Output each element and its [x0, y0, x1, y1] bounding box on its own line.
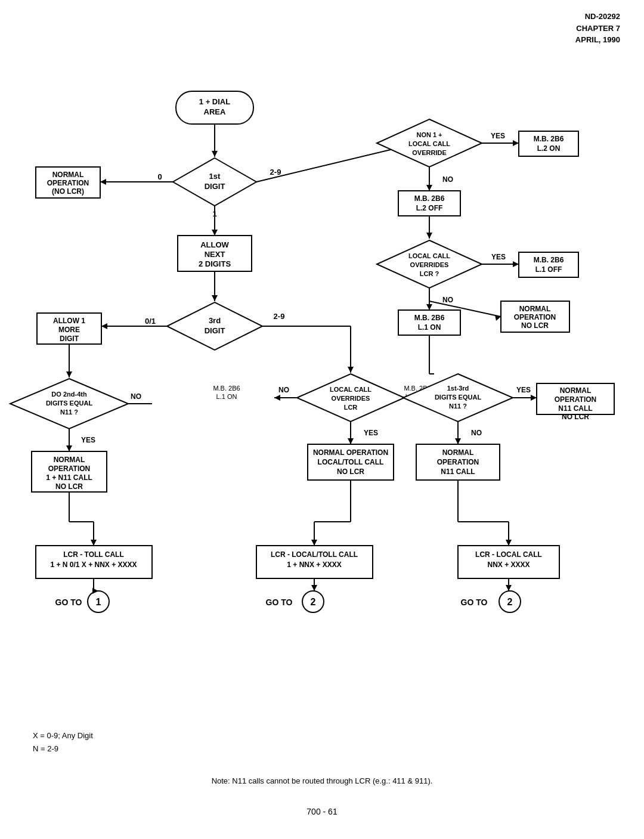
svg-marker-160	[506, 585, 512, 591]
svg-text:LOCAL CALL: LOCAL CALL	[408, 252, 450, 259]
svg-text:LOCAL/TOLL CALL: LOCAL/TOLL CALL	[318, 458, 384, 466]
svg-text:NO LCR: NO LCR	[337, 468, 364, 476]
svg-text:OPERATION: OPERATION	[555, 395, 596, 404]
svg-text:OVERRIDES: OVERRIDES	[332, 395, 370, 402]
svg-marker-155	[311, 585, 317, 591]
svg-text:1 + NNX + XXXX: 1 + NNX + XXXX	[287, 561, 341, 569]
svg-text:L.2 OFF: L.2 OFF	[416, 204, 443, 212]
svg-text:(NO LCR): (NO LCR)	[52, 187, 84, 196]
svg-marker-168	[506, 540, 512, 546]
svg-text:NORMAL OPERATION: NORMAL OPERATION	[313, 448, 388, 457]
svg-text:YES: YES	[516, 386, 531, 394]
svg-marker-58	[495, 315, 501, 321]
svg-marker-30	[426, 185, 432, 191]
svg-text:LCR - LOCAL CALL: LCR - LOCAL CALL	[475, 550, 542, 559]
svg-text:NO: NO	[442, 296, 453, 304]
svg-text:NO LCR: NO LCR	[521, 321, 549, 330]
svg-text:YES: YES	[81, 436, 95, 444]
svg-text:ALLOW: ALLOW	[200, 240, 229, 249]
svg-text:LCR ?: LCR ?	[420, 270, 439, 277]
svg-text:OPERATION: OPERATION	[437, 458, 479, 466]
svg-text:M.B. 2B6: M.B. 2B6	[213, 385, 240, 392]
svg-text:YES: YES	[491, 132, 505, 140]
svg-text:DIGITS EQUAL: DIGITS EQUAL	[46, 400, 93, 407]
svg-text:NNX + XXXX: NNX + XXXX	[487, 561, 530, 569]
svg-marker-96	[348, 367, 354, 373]
svg-text:NORMAL: NORMAL	[519, 305, 551, 313]
svg-text:NO: NO	[442, 175, 453, 184]
svg-text:1st-3rd: 1st-3rd	[447, 385, 469, 392]
svg-marker-60	[212, 230, 218, 236]
svg-text:MORE: MORE	[58, 326, 80, 334]
svg-text:M.B. 2B6: M.B. 2B6	[414, 194, 445, 203]
svg-text:2: 2	[507, 597, 513, 607]
svg-text:1 + DIAL: 1 + DIAL	[199, 97, 230, 106]
page: ND-20292 CHAPTER 7 APRIL, 1990 1 + DIAL …	[0, 0, 644, 839]
svg-text:DO 2nd-4th: DO 2nd-4th	[51, 391, 87, 398]
svg-text:1 + N 0/1 X + NNX + XXXX: 1 + N 0/1 X + NNX + XXXX	[50, 561, 137, 569]
svg-text:AREA: AREA	[204, 107, 226, 116]
svg-marker-79	[66, 371, 72, 377]
svg-text:NORMAL: NORMAL	[560, 386, 592, 395]
svg-text:N11 ?: N11 ?	[60, 408, 78, 416]
svg-text:LCR - LOCAL/TOLL CALL: LCR - LOCAL/TOLL CALL	[271, 550, 358, 559]
svg-text:LCR: LCR	[344, 404, 358, 411]
svg-text:M.B. 2B6: M.B. 2B6	[534, 256, 564, 264]
svg-text:GO TO: GO TO	[266, 597, 293, 607]
svg-marker-109	[348, 438, 354, 444]
svg-text:DIGIT: DIGIT	[205, 182, 225, 191]
svg-text:DIGITS EQUAL: DIGITS EQUAL	[435, 394, 482, 401]
svg-text:NORMAL: NORMAL	[52, 171, 84, 179]
svg-marker-24	[513, 140, 519, 146]
svg-marker-36	[426, 233, 432, 239]
svg-text:DIGIT: DIGIT	[205, 326, 225, 335]
svg-text:2-9: 2-9	[274, 312, 285, 321]
svg-marker-12	[100, 179, 106, 185]
svg-text:N11 CALL: N11 CALL	[558, 404, 592, 413]
svg-text:NO: NO	[278, 386, 289, 394]
svg-text:NO LCR: NO LCR	[562, 413, 589, 421]
svg-text:N11 CALL: N11 CALL	[441, 468, 475, 476]
svg-text:1st: 1st	[209, 172, 221, 181]
footnote: Note: N11 calls cannot be routed through…	[212, 776, 433, 785]
svg-marker-102	[274, 395, 280, 401]
svg-marker-87	[66, 445, 72, 451]
svg-text:NON 1 +: NON 1 +	[416, 131, 442, 138]
svg-text:OPERATION: OPERATION	[514, 313, 556, 321]
svg-text:OVERRIDE: OVERRIDE	[412, 149, 446, 156]
svg-text:N11 ?: N11 ?	[449, 403, 467, 410]
svg-text:1: 1	[96, 597, 101, 607]
svg-marker-164	[311, 540, 317, 546]
svg-marker-48	[426, 304, 432, 310]
svg-marker-73	[101, 323, 107, 329]
svg-text:LOCAL CALL: LOCAL CALL	[408, 140, 450, 147]
svg-marker-42	[513, 261, 519, 267]
svg-text:GO TO: GO TO	[461, 597, 488, 607]
header-line2: CHAPTER 7	[575, 23, 620, 35]
svg-text:ALLOW 1: ALLOW 1	[53, 317, 85, 325]
svg-marker-4	[212, 151, 218, 157]
svg-text:YES: YES	[364, 429, 378, 437]
svg-text:NORMAL: NORMAL	[442, 448, 474, 457]
flowchart-diagram: 1 + DIAL AREA 1st DIGIT 0 2-9 1 NORMAL O…	[0, 36, 644, 751]
svg-text:NO LCR: NO LCR	[55, 482, 83, 491]
svg-line-17	[256, 146, 405, 182]
svg-marker-66	[212, 295, 218, 301]
svg-text:0: 0	[157, 172, 162, 181]
svg-text:NO: NO	[471, 429, 482, 437]
svg-text:M.B. 2B6: M.B. 2B6	[534, 135, 564, 143]
svg-text:L.1 OFF: L.1 OFF	[535, 265, 562, 274]
svg-text:GO TO: GO TO	[55, 597, 82, 607]
svg-text:2: 2	[311, 597, 316, 607]
svg-text:LCR - TOLL  CALL: LCR - TOLL CALL	[63, 550, 124, 559]
svg-text:OPERATION: OPERATION	[47, 179, 89, 187]
svg-text:2 DIGITS: 2 DIGITS	[199, 259, 231, 268]
legend: X = 0-9; Any Digit N = 2-9	[33, 729, 93, 756]
svg-text:NORMAL: NORMAL	[54, 456, 85, 464]
svg-text:1 + N11 CALL: 1 + N11 CALL	[46, 473, 92, 482]
svg-text:L.2 ON: L.2 ON	[537, 144, 561, 153]
svg-text:YES: YES	[491, 253, 506, 261]
svg-marker-130	[455, 438, 461, 444]
svg-marker-172	[91, 540, 97, 546]
legend-line1: X = 0-9; Any Digit	[33, 729, 93, 742]
